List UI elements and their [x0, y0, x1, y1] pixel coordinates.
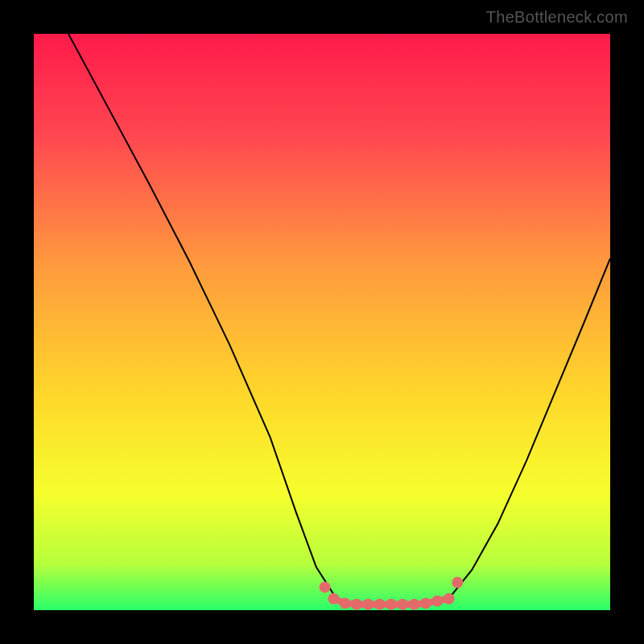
watermark-text: TheBottleneck.com	[486, 8, 628, 27]
chart-plot-area	[34, 34, 610, 610]
flat-end-dot	[452, 577, 463, 588]
chart-svg	[34, 34, 610, 610]
gradient-background	[34, 34, 610, 610]
flat-end-dot	[320, 581, 331, 592]
chart-frame: TheBottleneck.com	[0, 0, 644, 644]
